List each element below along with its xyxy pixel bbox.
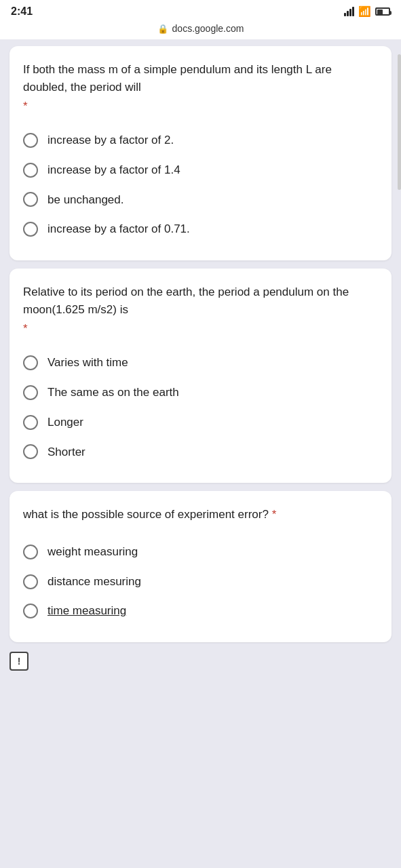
radio-q1o3[interactable] (23, 192, 38, 207)
option-q2o4[interactable]: Shorter (23, 437, 378, 467)
option-label-q1o3: be unchanged. (47, 192, 124, 208)
option-label-q2o1: Varies with time (47, 355, 128, 371)
option-label-q1o4: increase by a factor of 0.71. (47, 221, 190, 237)
option-label-q1o1: increase by a factor of 2. (47, 132, 174, 149)
status-time: 2:41 (11, 5, 33, 18)
option-q1o1[interactable]: increase by a factor of 2. (23, 125, 378, 155)
radio-q3o3[interactable] (23, 604, 38, 618)
question-card-1: If both the mass m of a simple pendulum … (9, 46, 392, 260)
wifi-icon: 📶 (358, 5, 371, 18)
question-text-1: If both the mass m of a simple pendulum … (23, 61, 378, 96)
question-text-2: Relative to its period on the earth, the… (23, 283, 378, 318)
radio-q2o3[interactable] (23, 415, 38, 430)
page-wrapper: 2:41 📶 🔒 docs.google.com (0, 0, 401, 673)
option-label-q2o3: Longer (47, 414, 83, 431)
option-label-q2o2: The same as on the earth (47, 384, 179, 401)
question-text-3: what is the possible source of experimen… (23, 506, 378, 524)
address-bar: 🔒 docs.google.com (0, 20, 401, 39)
scrollbar-track[interactable] (398, 54, 401, 190)
radio-q1o1[interactable] (23, 133, 38, 148)
option-q3o1[interactable]: weight measuring (23, 537, 378, 567)
radio-q2o1[interactable] (23, 355, 38, 370)
required-star-1: * (23, 100, 378, 113)
required-star-3-inline: * (272, 508, 277, 521)
required-star-2: * (23, 322, 378, 336)
status-bar: 2:41 📶 (0, 0, 401, 20)
option-q2o1[interactable]: Varies with time (23, 348, 378, 378)
option-q2o2[interactable]: The same as on the earth (23, 378, 378, 408)
battery-icon (375, 7, 390, 16)
option-q1o4[interactable]: increase by a factor of 0.71. (23, 214, 378, 244)
option-label-q3o3: time measuring (47, 603, 126, 619)
status-icons: 📶 (344, 5, 390, 18)
signal-icon (344, 7, 354, 16)
option-label-q1o2: increase by a factor of 1.4 (47, 162, 180, 178)
radio-q3o1[interactable] (23, 545, 38, 559)
bottom-bar: ! (0, 649, 401, 673)
option-q3o2[interactable]: distance mesuring (23, 567, 378, 597)
option-q1o2[interactable]: increase by a factor of 1.4 (23, 155, 378, 185)
option-q2o3[interactable]: Longer (23, 408, 378, 437)
option-label-q3o2: distance mesuring (47, 574, 141, 590)
radio-q3o2[interactable] (23, 574, 38, 589)
domain-text: docs.google.com (172, 23, 244, 34)
radio-q2o2[interactable] (23, 385, 38, 400)
option-label-q2o4: Shorter (47, 444, 85, 460)
option-label-q3o1: weight measuring (47, 544, 138, 560)
option-q1o3[interactable]: be unchanged. (23, 185, 378, 215)
assist-button[interactable]: ! (9, 652, 28, 671)
radio-q1o2[interactable] (23, 163, 38, 178)
option-q3o3[interactable]: time measuring (23, 596, 378, 626)
question-card-2: Relative to its period on the earth, the… (9, 269, 392, 483)
page-content: If both the mass m of a simple pendulum … (0, 39, 401, 649)
radio-q1o4[interactable] (23, 222, 38, 237)
lock-icon: 🔒 (157, 24, 168, 34)
question-card-3: what is the possible source of experimen… (9, 491, 392, 642)
radio-q2o4[interactable] (23, 444, 38, 459)
